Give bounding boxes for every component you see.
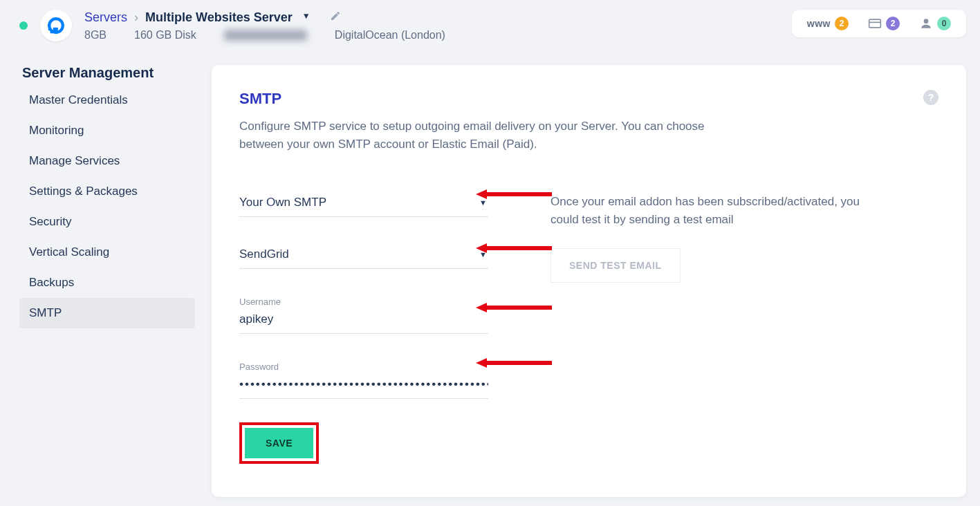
www-count-badge: 2	[835, 17, 849, 30]
header-left: Servers › Multiple Websites Server ▼ 8GB…	[19, 10, 445, 41]
send-test-email-button[interactable]: SEND TEST EMAIL	[551, 248, 681, 283]
user-count-badge: 0	[937, 17, 951, 30]
svg-rect-3	[48, 28, 50, 30]
person-icon	[919, 17, 933, 30]
username-label: Username	[239, 297, 488, 307]
help-icon[interactable]: ?	[923, 90, 939, 105]
stat-card[interactable]: 2	[868, 17, 900, 30]
server-meta-row: 8GB 160 GB Disk DigitalOcean (London)	[84, 29, 445, 41]
server-disk: 160 GB Disk	[134, 29, 196, 41]
server-status-dot	[19, 21, 28, 30]
chevron-right-icon: ›	[134, 10, 138, 25]
username-input[interactable]	[239, 310, 488, 333]
sidebar-item-vertical-scaling[interactable]: Vertical Scaling	[19, 237, 195, 268]
password-input[interactable]	[239, 375, 488, 398]
header-stats: www 2 2 0	[792, 10, 966, 37]
sidebar-item-monitoring[interactable]: Monitoring	[19, 115, 195, 146]
svg-rect-1	[53, 28, 58, 32]
caret-down-icon: ▼	[479, 198, 488, 207]
pencil-icon[interactable]	[330, 10, 341, 24]
sidebar-item-settings-packages[interactable]: Settings & Packages	[19, 176, 195, 207]
server-provider-location: DigitalOcean (London)	[335, 29, 445, 41]
sidebar-item-smtp[interactable]: SMTP	[19, 298, 195, 328]
stat-user[interactable]: 0	[919, 17, 951, 30]
stat-www[interactable]: www 2	[807, 17, 849, 30]
sidebar-item-master-credentials[interactable]: Master Credentials	[19, 85, 195, 115]
svg-point-6	[924, 19, 929, 24]
server-ip-redacted	[224, 30, 307, 41]
smtp-provider-value: SendGrid	[239, 247, 289, 261]
smtp-form: Your Own SMTP ▼ SendGrid ▼ Username	[239, 193, 488, 464]
caret-down-icon[interactable]: ▼	[302, 11, 311, 21]
provider-logo-icon	[40, 10, 72, 41]
sidebar: Server Management Master Credentials Mon…	[19, 65, 195, 328]
main-card: SMTP ? Configure SMTP service to setup o…	[212, 65, 966, 497]
addon-info-text: Once your email addon has been subscribe…	[551, 193, 869, 229]
sidebar-item-security[interactable]: Security	[19, 207, 195, 237]
card-icon	[868, 17, 882, 30]
password-field-wrap: Password	[239, 362, 488, 399]
smtp-mode-select[interactable]: Your Own SMTP ▼	[239, 193, 488, 217]
svg-rect-4	[869, 19, 881, 28]
username-field-wrap: Username	[239, 297, 488, 334]
www-icon: www	[807, 18, 831, 29]
svg-rect-2	[50, 30, 53, 33]
save-button[interactable]: SAVE	[245, 428, 313, 458]
caret-down-icon: ▼	[479, 250, 488, 259]
sidebar-item-backups[interactable]: Backups	[19, 268, 195, 298]
sidebar-heading: Server Management	[19, 65, 195, 85]
breadcrumb: Servers › Multiple Websites Server ▼	[84, 10, 445, 25]
card-count-badge: 2	[886, 17, 900, 30]
smtp-mode-value: Your Own SMTP	[239, 196, 326, 209]
page-header: Servers › Multiple Websites Server ▼ 8GB…	[0, 0, 980, 41]
breadcrumb-link-servers[interactable]: Servers	[84, 10, 127, 25]
smtp-right-col: Once your email addon has been subscribe…	[551, 193, 869, 464]
header-info: Servers › Multiple Websites Server ▼ 8GB…	[84, 10, 445, 41]
card-description: Configure SMTP service to setup outgoing…	[239, 118, 710, 154]
server-name[interactable]: Multiple Websites Server	[145, 10, 293, 25]
password-label: Password	[239, 362, 488, 372]
server-ram: 8GB	[84, 29, 107, 41]
sidebar-item-manage-services[interactable]: Manage Services	[19, 146, 195, 176]
save-button-highlight: SAVE	[239, 422, 319, 464]
card-title: SMTP	[239, 90, 281, 108]
smtp-provider-select[interactable]: SendGrid ▼	[239, 245, 488, 269]
